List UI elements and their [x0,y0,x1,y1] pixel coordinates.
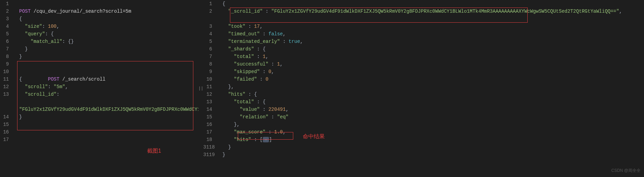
response-panel: 1 2 3 4 5 6 7 8 9 10 11 12 13 14 15 16 1… [203,0,644,177]
annotation-text: 命中结果 [303,133,325,140]
watermark: CSDN @周全全 [611,168,641,174]
request-panel: 1 2 3 4 5 6 7 8 9 10 11 12 13 14 15 16 1… [0,0,198,177]
collapsed-badge[interactable]: ⋯ [263,137,269,142]
panel-divider[interactable]: || [198,0,203,177]
annotation-text: 截图1 [147,148,161,155]
left-gutter: 1 2 3 4 5 6 7 8 9 10 11 12 13 14 15 16 1… [0,0,14,177]
http-method: POST [19,9,31,14]
right-gutter: 1 2 3 4 5 6 7 8 9 10 11 12 13 14 15 16 1… [203,0,217,177]
http-method: POST [48,76,60,82]
request-path: /cqu_dev_journal/_search?scroll=5m [34,9,131,14]
request-path: /_search/scroll [62,76,105,82]
left-content[interactable]: POST /cqu_dev_journal/_search?scroll=5m … [14,0,198,177]
right-content[interactable]: { "_scroll_id" : "FGluY2x1ZGVfY29udGV4dF… [217,0,644,177]
editor-container: 1 2 3 4 5 6 7 8 9 10 11 12 13 14 15 16 1… [0,0,644,177]
